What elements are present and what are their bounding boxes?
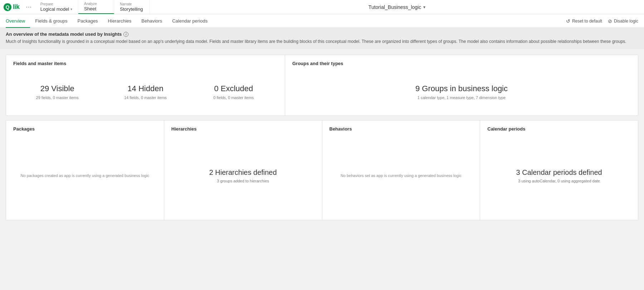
- main-content: Fields and master items 29 Visible 29 fi…: [0, 49, 644, 226]
- qlik-logo: Q lik: [4, 3, 20, 11]
- stat-excluded-number: 0 Excluded: [193, 84, 274, 93]
- behaviors-card: Behaviors No behaviors set as app is cur…: [322, 121, 480, 220]
- groups-stat-number: 9 Groups in business logic: [415, 84, 508, 93]
- nav-app-name-area: Tutorial_Business_logic ▾: [150, 0, 644, 14]
- groups-stat: 9 Groups in business logic 1 calendar ty…: [292, 77, 631, 107]
- stat-hidden-number: 14 Hidden: [105, 84, 186, 93]
- nav-narrate-label: Narrate: [120, 2, 144, 6]
- nav-prepare-title: Logical model: [40, 6, 69, 12]
- behaviors-text: No behaviors set as app is currently usi…: [341, 173, 462, 179]
- info-banner-title-text: An overview of the metadata model used b…: [6, 31, 122, 37]
- calendar-periods-sub: 3 using autoCalendar, 0 using aggregated…: [516, 179, 602, 183]
- tab-calendar-periods[interactable]: Calendar periods: [167, 14, 213, 28]
- prepare-dropdown-arrow: ▾: [70, 7, 72, 11]
- calendar-periods-number: 3 Calendar periods defined: [516, 168, 602, 177]
- tabs-actions: ↺ Reset to default ⊘ Disable logic: [566, 18, 638, 24]
- hierarchies-content: 2 Hierarchies defined 3 groups added to …: [171, 137, 315, 214]
- hierarchies-sub: 3 groups added to hierarchies: [209, 179, 277, 183]
- tabs-nav: Overview Fields & groups Packages Hierar…: [0, 14, 644, 28]
- nav-analyze-title: Sheet: [84, 6, 108, 11]
- disable-icon: ⊘: [608, 18, 612, 24]
- tab-fields-groups[interactable]: Fields & groups: [30, 14, 72, 28]
- stat-excluded: 0 Excluded 0 fields, 0 master items: [190, 77, 278, 107]
- info-banner: An overview of the metadata model used b…: [0, 28, 644, 49]
- fields-section-title: Fields and master items: [13, 61, 278, 66]
- nav-narrate-title: Storytelling: [120, 6, 144, 12]
- info-banner-title-row: An overview of the metadata model used b…: [6, 31, 638, 37]
- stat-hidden: 14 Hidden 14 fields, 0 master items: [101, 77, 189, 107]
- calendar-periods-content: 3 Calendar periods defined 3 using autoC…: [487, 137, 631, 214]
- info-help-icon[interactable]: i: [123, 32, 128, 37]
- nav-analyze-label: Analyze: [84, 2, 108, 6]
- reset-to-default-button[interactable]: ↺ Reset to default: [566, 18, 602, 24]
- behaviors-content: No behaviors set as app is currently usi…: [330, 137, 473, 214]
- fields-stats: 29 Visible 29 fields, 0 master items 14 …: [13, 77, 278, 107]
- hierarchies-card: Hierarchies 2 Hierarchies defined 3 grou…: [164, 121, 322, 220]
- stat-hidden-label: 14 fields, 0 master items: [105, 95, 186, 100]
- packages-card: Packages No packages created as app is c…: [6, 121, 164, 220]
- disable-logic-button[interactable]: ⊘ Disable logic: [608, 18, 638, 24]
- reset-icon: ↺: [566, 18, 570, 24]
- qlik-text: lik: [13, 3, 20, 11]
- fields-section: Fields and master items 29 Visible 29 fi…: [6, 55, 285, 115]
- groups-stat-label: 1 calendar type, 1 measure type, 7 dimen…: [418, 95, 506, 100]
- info-banner-description: Much of Insights functionality is ground…: [6, 38, 638, 45]
- stat-visible-number: 29 Visible: [17, 84, 98, 93]
- nav-prepare[interactable]: Prepare Logical model ▾: [35, 0, 78, 14]
- stat-visible: 29 Visible 29 fields, 0 master items: [13, 77, 101, 107]
- reset-label: Reset to default: [572, 19, 602, 24]
- fields-groups-row: Fields and master items 29 Visible 29 fi…: [6, 55, 638, 116]
- behaviors-title: Behaviors: [330, 126, 473, 132]
- groups-section-title: Groups and their types: [292, 61, 631, 66]
- tab-behaviors[interactable]: Behaviors: [136, 14, 167, 28]
- stat-visible-label: 29 fields, 0 master items: [17, 95, 98, 100]
- nav-analyze[interactable]: Analyze Sheet: [78, 0, 114, 14]
- packages-text: No packages created as app is currently …: [21, 173, 150, 179]
- app-name-chevron[interactable]: ▾: [423, 5, 425, 10]
- top-nav: Q lik ··· Prepare Logical model ▾ Analyz…: [0, 0, 644, 14]
- packages-title: Packages: [13, 126, 157, 132]
- nav-prepare-label: Prepare: [40, 2, 72, 6]
- logo-area: Q lik: [0, 0, 23, 14]
- stat-excluded-label: 0 fields, 0 master items: [193, 95, 274, 100]
- calendar-periods-card: Calendar periods 3 Calendar periods defi…: [480, 121, 638, 220]
- hierarchies-title: Hierarchies: [171, 126, 315, 132]
- nav-narrate[interactable]: Narrate Storytelling: [114, 0, 150, 14]
- tab-hierarchies[interactable]: Hierarchies: [103, 14, 137, 28]
- tab-packages[interactable]: Packages: [73, 14, 103, 28]
- bottom-cards-row: Packages No packages created as app is c…: [6, 120, 638, 220]
- app-name[interactable]: Tutorial_Business_logic: [369, 4, 421, 10]
- qlik-q-icon: Q: [4, 3, 11, 11]
- hierarchies-number: 2 Hierarchies defined: [209, 168, 277, 177]
- calendar-periods-title: Calendar periods: [487, 126, 631, 132]
- packages-content: No packages created as app is currently …: [13, 137, 157, 214]
- nav-dots-button[interactable]: ···: [23, 0, 35, 14]
- tab-overview[interactable]: Overview: [6, 14, 30, 28]
- disable-label: Disable logic: [614, 19, 638, 24]
- groups-section: Groups and their types 9 Groups in busin…: [285, 55, 638, 115]
